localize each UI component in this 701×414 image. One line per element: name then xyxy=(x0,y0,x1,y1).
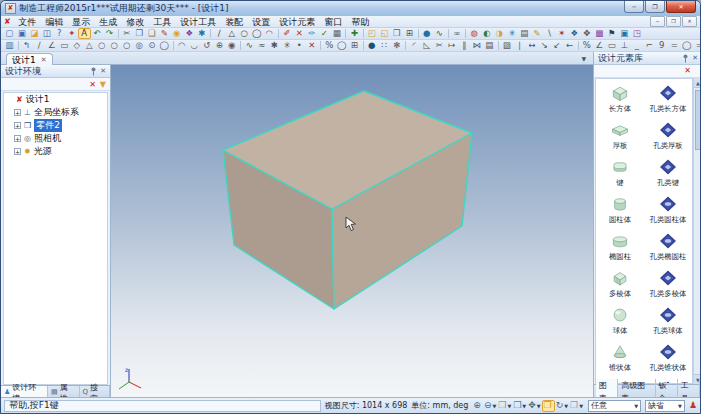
ellipse-tool-icon[interactable]: ◯ xyxy=(251,28,264,39)
feature-tree-icon[interactable]: ✦ xyxy=(66,28,79,39)
arc-center-icon[interactable]: ◡ xyxy=(188,40,201,51)
copy-icon[interactable]: ❐ xyxy=(133,28,146,39)
sketch-icon[interactable]: ✐ xyxy=(281,28,294,39)
circle-tangent-icon[interactable]: ◎ xyxy=(133,40,146,51)
sheet-icon[interactable]: ▤ xyxy=(518,28,531,39)
percent-dim-icon[interactable]: % xyxy=(581,40,594,51)
expand-icon[interactable]: + xyxy=(14,135,21,142)
star-feature-icon[interactable]: ✶ xyxy=(556,28,569,39)
hatch-line-icon[interactable]: ∖ xyxy=(543,28,556,39)
point-set-icon[interactable]: ∷ xyxy=(378,40,391,51)
circle-radius-icon[interactable]: ⊙ xyxy=(146,40,159,51)
palette-icon[interactable]: ▩ xyxy=(593,28,606,39)
menu-tools[interactable]: 工具 xyxy=(149,16,176,28)
verify-icon[interactable]: ✓ xyxy=(318,28,331,39)
scrollbar-thumb[interactable] xyxy=(695,90,701,150)
line-icon[interactable]: ∕ xyxy=(33,40,46,51)
polygon-icon[interactable]: △ xyxy=(83,40,96,51)
mdi-minimize-button[interactable]: ─ xyxy=(650,16,665,27)
pin-icon[interactable] xyxy=(90,67,97,76)
cut-icon[interactable]: ✂ xyxy=(121,28,134,39)
library-icon[interactable]: ❒ xyxy=(391,28,404,39)
style-combobox[interactable]: 缺省 ▼ xyxy=(645,400,685,412)
new-part-icon[interactable]: ▣ xyxy=(16,28,29,39)
dim-sw-icon[interactable]: ↙ xyxy=(551,40,564,51)
tree-item-camera[interactable]: + ◎ 照相机 xyxy=(4,132,107,145)
label-icon[interactable]: 9 xyxy=(656,40,669,51)
point-icon[interactable]: ⊕ xyxy=(213,40,226,51)
arc-tool-icon[interactable]: ◠ xyxy=(263,28,276,39)
lib-item-slab-hole[interactable]: 孔类厚板 xyxy=(644,117,692,154)
curve-fit-icon[interactable]: ≈ xyxy=(256,40,269,51)
link-icon[interactable]: ∞ xyxy=(451,28,464,39)
grid-icon[interactable]: ⊞ xyxy=(348,40,361,51)
rhombus-icon[interactable]: ◇ xyxy=(71,40,84,51)
standard-view-icon[interactable]: ❐ ▼ xyxy=(569,400,584,412)
circle-center-icon[interactable]: ○ xyxy=(96,40,109,51)
circle-2pt-icon[interactable]: ○ xyxy=(108,40,121,51)
assembly-icon[interactable]: ❖ xyxy=(568,28,581,39)
baseline-icon[interactable]: _ xyxy=(631,40,644,51)
exit-env-icon[interactable]: ◳ xyxy=(631,28,644,39)
spiral-icon[interactable]: ↺ xyxy=(201,40,214,51)
lib-item-slab[interactable]: 厚板 xyxy=(596,117,644,154)
library-delete-icon[interactable]: ✕ xyxy=(684,67,691,75)
undo-icon[interactable]: ↶ xyxy=(91,28,104,39)
angle-dim-icon[interactable]: ∠ xyxy=(593,40,606,51)
mdi-restore-button[interactable]: ❐ xyxy=(666,16,681,27)
open-file-icon[interactable]: ◪ xyxy=(28,28,41,39)
view-mode-icon[interactable]: ❒ ▼ xyxy=(512,400,527,412)
lib-item-cuboid-hole[interactable]: 孔类长方体 xyxy=(644,80,692,117)
display-mode-icon[interactable]: ❒ ▼ xyxy=(497,400,512,412)
menu-display[interactable]: 显示 xyxy=(68,16,95,28)
lib-item-cylinder-hole[interactable]: 孔类圆柱体 xyxy=(644,191,692,228)
angle-line-icon[interactable]: ∠ xyxy=(46,40,59,51)
restore-button[interactable]: ❐ xyxy=(645,1,665,13)
lib-item-cone[interactable]: 锥状体 xyxy=(596,339,644,376)
menu-design-tools[interactable]: 设计工具 xyxy=(176,16,221,28)
equal-dim-icon[interactable]: = xyxy=(668,40,681,51)
pin-icon[interactable] xyxy=(682,54,689,63)
undo-curve-icon[interactable]: ↰ xyxy=(21,40,34,51)
hdim-icon[interactable]: ↔ xyxy=(526,40,539,51)
tree-item-global-coords[interactable]: + ⊥ 全局坐标系 xyxy=(4,106,107,119)
frame-icon[interactable]: ▭ xyxy=(606,40,619,51)
lib-item-sphere-hole[interactable]: 孔类球体 xyxy=(644,302,692,339)
close-button[interactable]: ✕ xyxy=(666,1,696,13)
sphere-render-icon[interactable]: ● xyxy=(421,28,434,39)
array-icon[interactable]: ⊞ xyxy=(403,28,416,39)
sheet-grid-icon[interactable]: ▦ xyxy=(331,28,344,39)
hatch-icon[interactable]: ▨ xyxy=(501,40,514,51)
circle-tool-icon[interactable]: ○ xyxy=(238,28,251,39)
projection-icon[interactable]: ◯ xyxy=(336,40,349,51)
offset-icon[interactable]: ∥ xyxy=(458,40,471,51)
scroll-up-icon[interactable]: ▲ xyxy=(694,78,701,88)
fillet-icon[interactable]: ◜ xyxy=(408,40,421,51)
circle-3pt-icon[interactable]: ○ xyxy=(121,40,134,51)
pick-filter-combobox[interactable]: 任意 ▼ xyxy=(588,400,641,412)
rect-icon[interactable]: ▭ xyxy=(58,40,71,51)
lib-item-sphere[interactable]: 球体 xyxy=(596,302,644,339)
boolean-intersect-icon[interactable]: ◑ xyxy=(493,28,506,39)
dim-left-icon[interactable]: ← xyxy=(563,40,576,51)
delete-icon[interactable]: ✕ xyxy=(293,28,306,39)
library-scrollbar[interactable]: ▲ ▼ xyxy=(693,78,701,384)
user-icon[interactable]: ♟ xyxy=(689,401,697,410)
extend-icon[interactable]: ↦ xyxy=(446,40,459,51)
mirror-icon[interactable]: ⋈ xyxy=(471,40,484,51)
datum-icon[interactable]: ⊥ xyxy=(618,40,631,51)
clear-filter-icon[interactable]: ✕ xyxy=(89,79,96,89)
equal2-icon[interactable]: = xyxy=(693,40,700,51)
curve-check-icon[interactable]: ∿ xyxy=(433,28,446,39)
menu-modify[interactable]: 修改 xyxy=(122,16,149,28)
move-feature-icon[interactable]: ✥ xyxy=(581,28,594,39)
fill-color-icon[interactable]: ◉ xyxy=(171,28,184,39)
menu-help[interactable]: 帮助 xyxy=(347,16,374,28)
render-mode-icon[interactable]: ❖ xyxy=(183,28,196,39)
erase-curve-icon[interactable]: ✕ xyxy=(306,40,319,51)
lib-item-cylinder[interactable]: 圆柱体 xyxy=(596,191,644,228)
redo-icon[interactable]: ↷ xyxy=(103,28,116,39)
dynamic-rotate-icon[interactable]: ❐ xyxy=(542,400,555,412)
formula-curve-icon[interactable]: % xyxy=(323,40,336,51)
menu-assembly[interactable]: 装配 xyxy=(221,16,248,28)
